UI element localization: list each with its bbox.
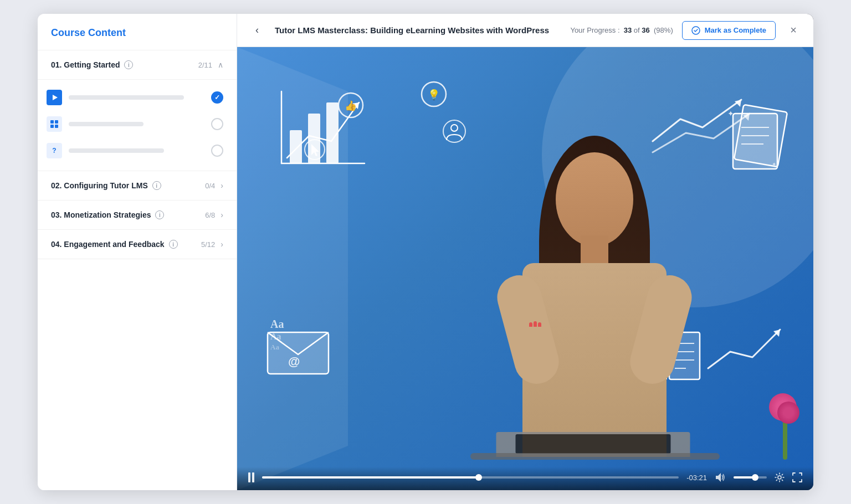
laptop-base [470, 453, 720, 460]
pause-button[interactable] [248, 472, 254, 482]
section-3-chevron-icon: › [221, 210, 223, 219]
section-3-count: 6/8 [205, 211, 215, 219]
aa-text-2: Aa [270, 332, 284, 342]
volume-slider[interactable] [734, 476, 767, 479]
time-remaining: -03:21 [686, 474, 707, 482]
section-3-info-icon: i [155, 210, 164, 219]
svg-rect-29 [733, 114, 777, 169]
svg-point-7 [339, 93, 363, 117]
sidebar-title: Course Content [38, 14, 237, 50]
progress-percent: 98% [656, 26, 670, 34]
section-3-label: 03. Monetization Strategies [51, 210, 151, 219]
email-icon: @ [265, 324, 331, 379]
pause-icon [248, 472, 254, 482]
section-1-label: 01. Getting Started [51, 60, 120, 69]
lesson-2-bar [69, 122, 143, 126]
settings-button[interactable] [775, 472, 785, 482]
progress-current: 33 [624, 26, 632, 34]
progress-total: 36 [642, 26, 649, 34]
aa-typography-group: Aa Aa Aa [270, 318, 284, 352]
section-1-header[interactable]: 01. Getting Started i 2/11 ∧ [38, 50, 237, 80]
fullscreen-icon [792, 472, 802, 482]
svg-marker-38 [716, 473, 721, 482]
volume-button[interactable] [715, 472, 726, 482]
lesson-1-bar-area [69, 95, 204, 100]
section-2-chevron-icon: › [221, 181, 223, 190]
cursor-icon [304, 138, 326, 161]
lesson-1-bar-wide [69, 95, 184, 100]
lesson-3-check-empty [211, 145, 223, 157]
progress-text: Your Progress : 33 of 36 (98%) [570, 26, 673, 34]
svg-marker-14 [311, 144, 319, 156]
svg-point-9 [422, 82, 446, 106]
section-4-count: 5/12 [201, 240, 215, 249]
svg-text:@: @ [288, 354, 300, 368]
volume-thumb [752, 474, 758, 481]
svg-point-12 [451, 125, 458, 131]
chart-icon [270, 80, 370, 180]
video-title: Tutor LMS Masterclass: Building eLearnin… [275, 25, 561, 35]
progress-prefix: Your Progress : [570, 26, 619, 34]
section-1-info-icon: i [124, 60, 133, 69]
svg-rect-4 [308, 114, 320, 163]
close-button[interactable]: × [785, 22, 802, 39]
lesson-1-check: ✓ [211, 91, 223, 104]
play-icon [53, 95, 58, 100]
lesson-3-bar [69, 148, 164, 153]
fullscreen-button[interactable] [792, 472, 802, 482]
lesson-2-bar-area [69, 122, 204, 126]
section-4-label: 04. Engagement and Feedback [51, 240, 165, 249]
svg-rect-3 [290, 130, 302, 163]
section-4-chevron-icon: › [221, 240, 223, 249]
section-2-count: 0/4 [205, 182, 215, 190]
back-button[interactable]: ‹ [248, 22, 266, 39]
plant-decoration [763, 393, 808, 460]
svg-rect-5 [326, 102, 339, 163]
quiz-icon [50, 120, 58, 128]
check-circle-icon [691, 26, 700, 35]
lesson-1-video-icon [47, 90, 62, 105]
section-2-info-icon: i [152, 181, 161, 190]
section-4-header[interactable]: 04. Engagement and Feedback i 5/12 › [38, 230, 237, 259]
video-progress-fill [262, 476, 479, 479]
lesson-item-2[interactable] [38, 111, 237, 137]
volume-fill [734, 476, 755, 479]
lesson-items: ✓ ? [38, 80, 237, 171]
sidebar: Course Content 01. Getting Started i 2/1… [38, 14, 237, 490]
deco-rect [237, 47, 348, 490]
svg-text:💡: 💡 [428, 89, 440, 101]
video-panel: ‹ Tutor LMS Masterclass: Building eLearn… [237, 14, 813, 490]
section-1-count: 2/11 [198, 61, 212, 69]
svg-rect-36 [268, 332, 329, 374]
section-4-info-icon: i [169, 240, 178, 249]
mark-complete-label: Mark as Complete [705, 26, 766, 34]
lightbulb-icon: 💡 [420, 80, 448, 108]
lesson-item-3[interactable]: ? [38, 137, 237, 164]
settings-icon [775, 472, 785, 482]
section-3-header[interactable]: 03. Monetization Strategies i 6/8 › [38, 200, 237, 230]
main-container: Course Content 01. Getting Started i 2/1… [38, 14, 813, 490]
video-progress-bar[interactable] [262, 476, 679, 479]
video-header: ‹ Tutor LMS Masterclass: Building eLearn… [237, 14, 813, 47]
svg-text:✦: ✦ [772, 161, 776, 167]
mark-complete-button[interactable]: Mark as Complete [682, 21, 776, 40]
documents-icon: ✦ ✦ [725, 102, 797, 180]
video-progress-thumb [475, 474, 482, 481]
svg-rect-28 [734, 105, 787, 167]
lesson-2-check-empty [211, 118, 223, 130]
aa-text-1: Aa [270, 318, 284, 331]
svg-point-39 [778, 476, 781, 479]
lesson-item-1[interactable]: ✓ [38, 84, 237, 111]
section-1-chevron-icon: ∧ [218, 60, 223, 69]
person-photo [456, 136, 733, 457]
lesson-2-quiz-icon-box [47, 116, 62, 132]
section-2-label: 02. Configuring Tutor LMS [51, 181, 148, 190]
lesson-3-assignment-icon-box: ? [47, 143, 62, 158]
svg-marker-35 [773, 330, 780, 337]
svg-marker-15 [735, 100, 741, 107]
svg-point-13 [305, 140, 325, 160]
video-area[interactable]: 👍 💡 [237, 47, 813, 490]
thumbs-up-icon: 👍 [337, 91, 365, 119]
svg-text:✦: ✦ [727, 109, 734, 118]
section-2-header[interactable]: 02. Configuring Tutor LMS i 0/4 › [38, 171, 237, 200]
